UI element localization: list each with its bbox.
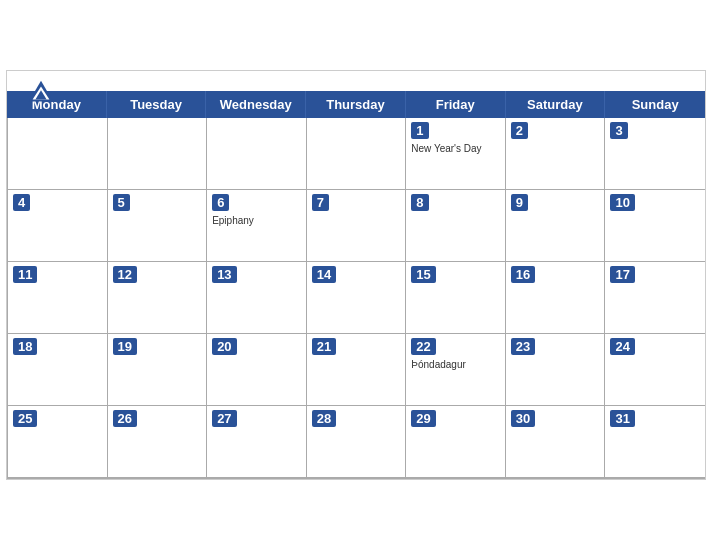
day-number: 8 <box>411 194 428 211</box>
day-number: 1 <box>411 122 428 139</box>
day-cell: 25 <box>8 406 108 478</box>
day-number: 2 <box>511 122 528 139</box>
day-cell: 12 <box>108 262 208 334</box>
day-cell: 6Epiphany <box>207 190 307 262</box>
day-header-sunday: Sunday <box>605 91 705 118</box>
day-cell: 27 <box>207 406 307 478</box>
day-header-wednesday: Wednesday <box>206 91 306 118</box>
day-cell: 20 <box>207 334 307 406</box>
day-cell: 16 <box>506 262 606 334</box>
day-number: 29 <box>411 410 435 427</box>
day-cell: 29 <box>406 406 506 478</box>
day-number: 15 <box>411 266 435 283</box>
day-cell: 2 <box>506 118 606 190</box>
day-number: 9 <box>511 194 528 211</box>
day-cell: 7 <box>307 190 407 262</box>
day-number: 11 <box>13 266 37 283</box>
day-number: 24 <box>610 338 634 355</box>
day-cell <box>307 118 407 190</box>
day-number: 25 <box>13 410 37 427</box>
day-number: 30 <box>511 410 535 427</box>
day-number: 26 <box>113 410 137 427</box>
day-cell: 22Þóndadagur <box>406 334 506 406</box>
day-number: 14 <box>312 266 336 283</box>
day-number: 17 <box>610 266 634 283</box>
day-number: 31 <box>610 410 634 427</box>
day-number: 3 <box>610 122 627 139</box>
day-cell: 8 <box>406 190 506 262</box>
day-cell: 18 <box>8 334 108 406</box>
day-cell: 24 <box>605 334 705 406</box>
day-cell: 9 <box>506 190 606 262</box>
day-cell <box>108 118 208 190</box>
day-cell <box>207 118 307 190</box>
day-header-thursday: Thursday <box>306 91 406 118</box>
day-header-friday: Friday <box>406 91 506 118</box>
day-headers: MondayTuesdayWednesdayThursdayFridaySatu… <box>7 91 705 118</box>
day-cell: 26 <box>108 406 208 478</box>
day-cell: 30 <box>506 406 606 478</box>
logo <box>27 79 58 107</box>
day-number: 13 <box>212 266 236 283</box>
day-header-tuesday: Tuesday <box>107 91 207 118</box>
calendar-grid: 1New Year's Day23456Epiphany789101112131… <box>7 118 705 479</box>
day-cell: 28 <box>307 406 407 478</box>
day-number: 19 <box>113 338 137 355</box>
day-cell: 3 <box>605 118 705 190</box>
day-header-saturday: Saturday <box>506 91 606 118</box>
day-number: 7 <box>312 194 329 211</box>
day-number: 21 <box>312 338 336 355</box>
day-number: 16 <box>511 266 535 283</box>
day-cell: 17 <box>605 262 705 334</box>
day-number: 28 <box>312 410 336 427</box>
day-cell: 23 <box>506 334 606 406</box>
day-number: 10 <box>610 194 634 211</box>
day-number: 6 <box>212 194 229 211</box>
day-number: 18 <box>13 338 37 355</box>
calendar: MondayTuesdayWednesdayThursdayFridaySatu… <box>6 70 706 480</box>
day-cell: 1New Year's Day <box>406 118 506 190</box>
day-number: 5 <box>113 194 130 211</box>
day-number: 27 <box>212 410 236 427</box>
logo-icon <box>27 79 55 107</box>
day-cell: 31 <box>605 406 705 478</box>
day-cell: 21 <box>307 334 407 406</box>
day-cell: 4 <box>8 190 108 262</box>
day-number: 20 <box>212 338 236 355</box>
day-number: 4 <box>13 194 30 211</box>
holiday-name: Epiphany <box>212 215 301 227</box>
calendar-header <box>7 71 705 91</box>
holiday-name: Þóndadagur <box>411 359 500 371</box>
holiday-name: New Year's Day <box>411 143 500 155</box>
day-cell <box>8 118 108 190</box>
day-number: 22 <box>411 338 435 355</box>
day-cell: 10 <box>605 190 705 262</box>
day-cell: 14 <box>307 262 407 334</box>
day-cell: 19 <box>108 334 208 406</box>
day-number: 12 <box>113 266 137 283</box>
day-number: 23 <box>511 338 535 355</box>
day-cell: 15 <box>406 262 506 334</box>
day-cell: 11 <box>8 262 108 334</box>
day-cell: 5 <box>108 190 208 262</box>
day-cell: 13 <box>207 262 307 334</box>
